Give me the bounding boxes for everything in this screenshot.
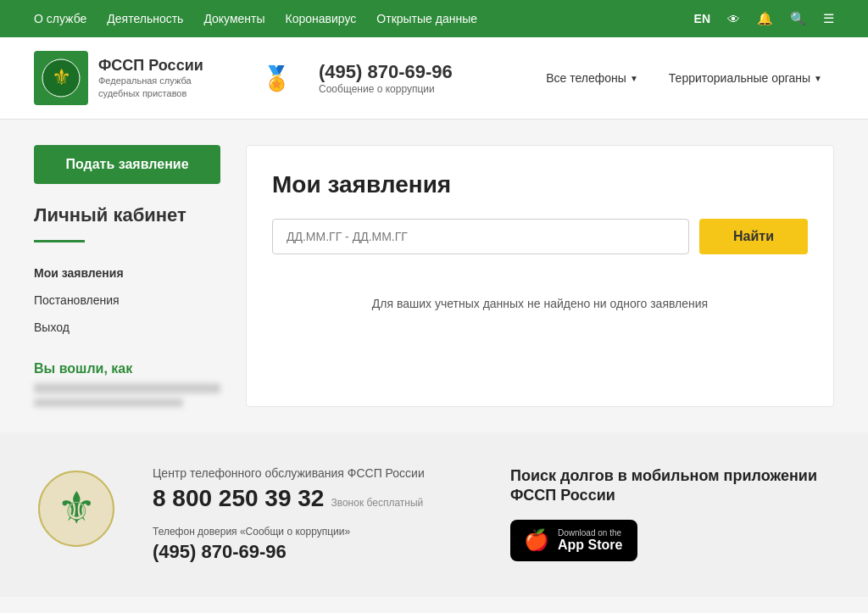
footer-phone-note: Звонок бесплатный <box>331 497 423 509</box>
eagle-logo-svg: ⚜ <box>41 58 81 98</box>
all-phones-btn[interactable]: Все телефоны ▼ <box>534 66 650 90</box>
regional-label: Территориальные органы <box>669 71 810 85</box>
sidebar-menu: Мои заявления Постановления Выход <box>34 259 220 341</box>
site-header: ⚜ ФССП России Федеральная служба судебны… <box>0 37 868 120</box>
app-store-name: App Store <box>558 538 622 552</box>
footer-phone-number: 8 800 250 39 32 <box>153 485 324 512</box>
nav-about[interactable]: О службе <box>34 12 86 25</box>
regional-chevron-icon: ▼ <box>814 74 822 83</box>
user-org-blurred: Организация скрыта <box>34 398 183 407</box>
top-nav-icons: EN 👁 🔔 🔍 ☰ <box>694 11 834 26</box>
all-phones-label: Все телефоны <box>546 71 626 85</box>
footer-phone-big: 8 800 250 39 32 Звонок бесплатный <box>153 485 476 512</box>
empty-state-message: Для ваших учетных данных не найдено ни о… <box>272 280 808 327</box>
hotline-label: Телефон доверия «Сообщи о коррупции» <box>153 526 476 538</box>
svg-text:⚜: ⚜ <box>52 64 71 90</box>
header-phone-block: (495) 870-69-96 Сообщение о коррупции <box>319 61 453 95</box>
bell-icon[interactable]: 🔔 <box>757 11 773 26</box>
logo-emblem: ⚜ <box>34 51 88 105</box>
site-footer: ⚜ Центр телефонного обслуживания ФССП Ро… <box>0 432 868 597</box>
medal-icon: 🏅 <box>259 57 293 99</box>
org-name: ФССП России <box>98 57 234 75</box>
sidebar-item-decisions[interactable]: Постановления <box>34 287 220 314</box>
logo-text-block: ФССП России Федеральная служба судебных … <box>98 57 234 99</box>
org-subtitle: Федеральная служба судебных приставов <box>98 75 234 99</box>
header-nav-buttons: Все телефоны ▼ Территориальные органы ▼ <box>534 66 834 90</box>
header-logo: ⚜ ФССП России Федеральная служба судебны… <box>34 51 234 105</box>
contact-center-label: Центр телефонного обслуживания ФССП Росс… <box>153 466 476 480</box>
app-store-text-block: Download on the App Store <box>558 528 622 553</box>
hotline-phone: (495) 870-69-96 <box>153 541 476 563</box>
search-icon[interactable]: 🔍 <box>790 11 806 26</box>
user-section: Вы вошли, как Имя пользователя скрыто Ор… <box>34 361 220 407</box>
nav-activity[interactable]: Деятельность <box>107 12 183 25</box>
sidebar-item-logout[interactable]: Выход <box>34 314 220 341</box>
phone-label: Сообщение о коррупции <box>319 83 453 95</box>
submit-application-button[interactable]: Подать заявление <box>34 145 220 184</box>
page-title: Мои заявления <box>272 171 808 198</box>
nav-documents[interactable]: Документы <box>203 12 264 25</box>
app-store-pre-label: Download on the <box>558 528 622 538</box>
user-name-blurred: Имя пользователя скрыто <box>34 383 220 393</box>
footer-eagle-svg: ⚜ <box>38 471 114 547</box>
phones-chevron-icon: ▼ <box>630 74 638 83</box>
logged-in-as-label: Вы вошли, как <box>34 361 220 376</box>
footer-contact-block: Центр телефонного обслуживания ФССП Росс… <box>153 466 476 563</box>
footer-app-block: Поиск долгов в мобильном приложении ФССП… <box>510 466 834 561</box>
nav-coronavirus[interactable]: Коронавирус <box>286 12 357 25</box>
sidebar: Подать заявление Личный кабинет Мои заяв… <box>34 145 220 407</box>
sidebar-divider <box>34 240 85 242</box>
footer-logo: ⚜ <box>34 466 119 551</box>
main-content: Мои заявления Найти Для ваших учетных да… <box>246 145 834 407</box>
eye-icon[interactable]: 👁 <box>727 12 740 26</box>
cabinet-title: Личный кабинет <box>34 204 220 226</box>
search-button[interactable]: Найти <box>699 219 808 254</box>
app-promo-title: Поиск долгов в мобильном приложении ФССП… <box>510 466 834 506</box>
app-store-button[interactable]: 🍎 Download on the App Store <box>510 520 637 561</box>
top-navigation: О службе Деятельность Документы Коронави… <box>0 0 868 37</box>
regional-offices-btn[interactable]: Территориальные органы ▼ <box>657 66 834 90</box>
search-row: Найти <box>272 219 808 254</box>
footer-inner: ⚜ Центр телефонного обслуживания ФССП Ро… <box>34 466 834 563</box>
apple-icon: 🍎 <box>524 528 549 552</box>
main-phone-number: (495) 870-69-96 <box>319 61 453 83</box>
top-nav-links: О службе Деятельность Документы Коронави… <box>34 12 477 25</box>
sidebar-item-my-applications[interactable]: Мои заявления <box>34 259 220 287</box>
main-container: Подать заявление Личный кабинет Мои заяв… <box>0 120 868 432</box>
svg-text:⚜: ⚜ <box>57 483 97 532</box>
menu-icon[interactable]: ☰ <box>823 11 834 26</box>
date-range-input[interactable] <box>272 219 689 254</box>
lang-switch[interactable]: EN <box>694 12 710 25</box>
nav-opendata[interactable]: Открытые данные <box>376 12 477 25</box>
